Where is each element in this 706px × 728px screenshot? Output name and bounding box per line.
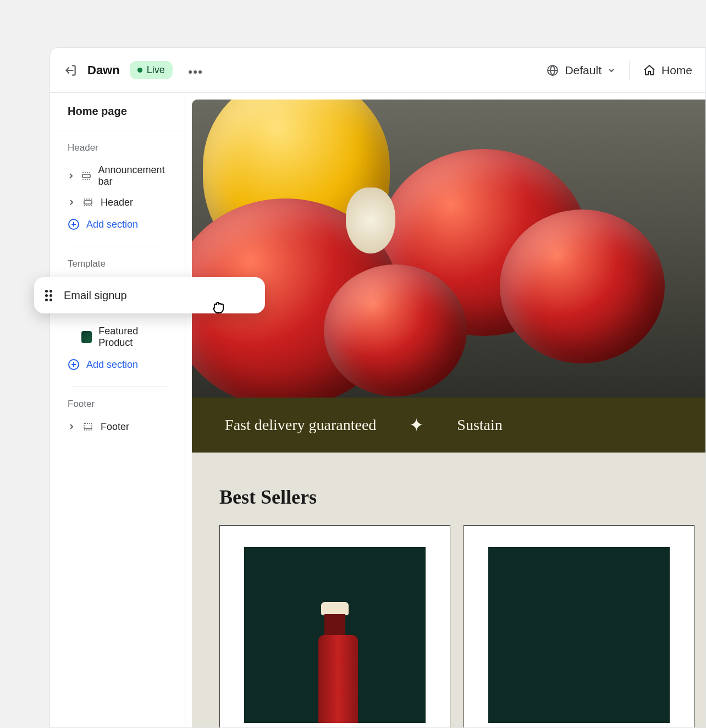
status-label: Live <box>147 64 165 76</box>
exit-button[interactable] <box>63 63 78 78</box>
sidebar-group-label: Template <box>68 258 167 269</box>
sidebar-item-label: Header <box>101 197 133 208</box>
svg-point-0 <box>189 70 192 74</box>
sidebar-item-label: Announcement bar <box>98 164 168 187</box>
chevron-right-icon <box>68 173 74 179</box>
page-selector[interactable]: Home <box>643 64 692 77</box>
plus-circle-icon <box>68 359 80 371</box>
status-badge: Live <box>130 61 173 79</box>
sidebar-group-label: Footer <box>68 399 167 410</box>
add-section-header[interactable]: Add section <box>68 213 167 233</box>
product-card[interactable] <box>464 525 694 727</box>
sidebar-item-header[interactable]: Header <box>68 192 167 213</box>
best-sellers-title: Best Sellers <box>219 486 694 509</box>
preview-canvas: Fast delivery guaranteed ✦ Sustain Best … <box>192 100 706 727</box>
more-icon <box>188 70 202 74</box>
home-icon <box>643 64 656 77</box>
sidebar-group-label: Header <box>68 142 167 153</box>
app-window: Dawn Live Default <box>49 47 706 728</box>
sidebar-group-header: Header Announcement bar <box>50 130 185 237</box>
svg-rect-4 <box>82 174 90 178</box>
sidebar-item-featured-product[interactable]: Featured Product <box>68 321 167 353</box>
locale-label: Default <box>565 64 602 77</box>
topbar-left: Dawn Live <box>63 60 208 81</box>
section-thumbnail <box>81 331 92 343</box>
more-button[interactable] <box>183 60 208 81</box>
page-label: Home <box>661 64 692 77</box>
svg-rect-8 <box>84 423 92 430</box>
sidebar-group-footer: Footer Footer <box>50 387 185 442</box>
svg-point-2 <box>198 70 202 74</box>
chevron-right-icon <box>68 423 75 430</box>
status-dot-icon <box>137 68 142 73</box>
dragging-section-label: Email signup <box>64 289 127 302</box>
topbar-right: Default Home <box>546 60 692 80</box>
locale-selector[interactable]: Default <box>546 64 616 77</box>
add-section-template[interactable]: Add section <box>68 353 167 373</box>
sidebar-item-announcement-bar[interactable]: Announcement bar <box>68 160 167 192</box>
sidebar-item-footer[interactable]: Footer <box>68 416 167 437</box>
add-section-label: Add section <box>86 359 138 371</box>
sparkle-icon: ✦ <box>409 415 424 435</box>
drag-handle-icon[interactable] <box>45 290 55 301</box>
chevron-right-icon <box>68 199 75 206</box>
add-section-label: Add section <box>86 219 138 230</box>
topbar-divider <box>629 60 630 80</box>
section-icon <box>82 421 94 433</box>
sidebar-item-label: Featured Product <box>98 326 167 349</box>
banner-text: Sustain <box>457 416 502 434</box>
preview-pane: Fast delivery guaranteed ✦ Sustain Best … <box>185 93 706 727</box>
bottle-graphic <box>318 602 351 723</box>
chevron-down-icon <box>607 66 616 75</box>
sidebar-title: Home page <box>50 93 185 130</box>
section-icon <box>82 196 94 208</box>
section-icon <box>81 170 92 182</box>
hero-image <box>192 100 706 398</box>
marquee-banner: Fast delivery guaranteed ✦ Sustain <box>192 398 706 453</box>
hero-bg <box>192 100 706 398</box>
product-image <box>488 547 670 723</box>
main: Home page Header Announcement bar <box>50 93 705 727</box>
product-card[interactable] <box>219 525 450 727</box>
topbar: Dawn Live Default <box>50 48 705 93</box>
globe-icon <box>546 64 559 77</box>
product-image <box>244 547 426 723</box>
product-grid <box>219 525 694 727</box>
banner-text: Fast delivery guaranteed <box>225 416 376 434</box>
sidebar-item-label: Footer <box>101 421 129 433</box>
plus-circle-icon <box>68 218 80 230</box>
svg-point-1 <box>194 70 197 74</box>
svg-rect-5 <box>84 201 92 204</box>
sidebar: Home page Header Announcement bar <box>50 93 185 727</box>
grab-cursor-icon <box>210 298 229 319</box>
best-sellers-section: Best Sellers <box>192 453 706 727</box>
exit-icon <box>63 63 78 78</box>
dragging-section-card[interactable]: Email signup <box>34 277 265 313</box>
theme-name: Dawn <box>87 63 120 78</box>
